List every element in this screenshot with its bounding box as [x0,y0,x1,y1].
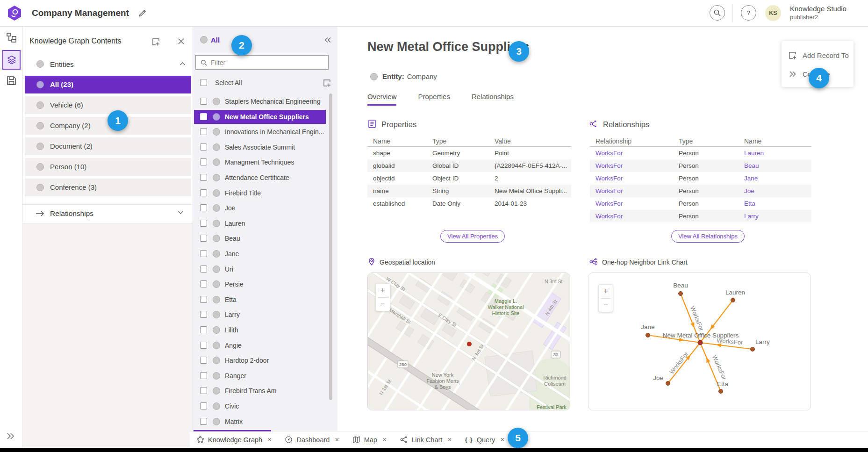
view-tab-knowledge-graph[interactable]: Knowledge Graph× [196,436,272,444]
list-item[interactable]: Larry [194,308,326,322]
related-entity-link[interactable]: Jane [744,175,811,182]
graph-node[interactable] [679,292,683,296]
related-entity-link[interactable]: Beau [744,162,811,169]
item-checkbox[interactable] [200,98,207,105]
collapse-panel-icon[interactable] [324,37,331,43]
list-item[interactable]: Ranger [194,369,326,383]
list-item[interactable]: Joe [194,201,326,215]
rail-item-contents-selected[interactable] [2,50,21,70]
view-tab-map[interactable]: Map× [352,436,387,444]
item-checkbox[interactable] [200,326,207,333]
filter-field[interactable] [195,55,329,70]
related-entity-link[interactable]: Etta [744,200,811,207]
chevron-down-icon[interactable] [178,210,184,215]
view-all-properties-button[interactable]: View All Properties [440,230,505,243]
add-record-icon[interactable] [323,79,331,87]
list-item[interactable]: Beau [194,231,326,245]
item-checkbox[interactable] [200,311,207,318]
list-item[interactable]: Etta [194,293,326,307]
list-item[interactable]: Sales Associate Summit [194,140,326,154]
list-item[interactable]: Attendance Certificate [194,171,326,185]
relationship-link[interactable]: WorksFor [590,213,679,220]
one-hop-link-chart[interactable]: WorksForWorksForWorksForWorksForBeauLaur… [588,273,811,410]
close-tab-icon[interactable]: × [447,436,452,444]
scrollbar-thumb[interactable] [329,93,332,400]
view-all-relationships-button[interactable]: View All Relationships [671,230,745,243]
chevron-up-icon[interactable] [179,62,186,66]
map-canvas[interactable]: W Clay St W Marshall St E Clay St N 3rd … [368,273,570,410]
list-item[interactable]: Staplers Mechanical Engineering [194,94,326,108]
close-tab-icon[interactable]: × [500,436,504,444]
graph-node[interactable] [751,347,755,352]
item-checkbox[interactable] [200,158,207,165]
list-item[interactable]: Persie [194,277,326,291]
related-entity-link[interactable]: Lauren [744,150,811,157]
relationship-link[interactable]: WorksFor [590,200,679,207]
zoom-in-button[interactable]: + [599,285,613,298]
data-model-icon[interactable] [6,32,17,43]
list-item[interactable]: Civic [194,399,326,413]
add-record-icon[interactable] [151,37,160,46]
record-tab-overview[interactable]: Overview [367,93,397,105]
select-all-row[interactable]: Select All [194,78,330,89]
entity-type-row[interactable]: Person (10) [25,158,191,176]
close-tab-icon[interactable]: × [267,436,272,444]
list-item[interactable]: Angie [194,338,326,352]
geospatial-map[interactable]: W Clay St W Marshall St E Clay St N 3rd … [367,273,570,410]
item-checkbox[interactable] [200,220,207,227]
help-button[interactable]: ? [741,5,756,21]
relationship-link[interactable]: WorksFor [590,162,679,169]
list-item[interactable]: Firebird Trans Am [194,384,326,398]
list-item[interactable]: New Metal Office Suppliers [194,110,326,124]
list-item[interactable]: Hardtop 2-door [194,353,326,367]
item-checkbox[interactable] [200,265,207,273]
relationship-link[interactable]: WorksFor [590,150,679,157]
item-checkbox[interactable] [200,189,207,196]
expand-rail-icon[interactable] [6,432,15,440]
item-checkbox[interactable] [200,143,207,151]
list-item[interactable]: Lauren [194,216,326,230]
item-checkbox[interactable] [200,204,207,211]
item-checkbox[interactable] [200,342,207,349]
item-checkbox[interactable] [200,357,207,364]
list-item[interactable]: Matrix [194,415,326,429]
record-tab-properties[interactable]: Properties [418,93,450,105]
view-tab-dashboard[interactable]: Dashboard× [285,436,339,444]
zoom-in-button[interactable]: + [376,284,390,297]
relationships-group-header[interactable]: Relationships [23,204,193,223]
view-tab-query[interactable]: { }Query× [465,436,505,444]
entity-type-row[interactable]: Conference (3) [25,179,191,196]
list-item[interactable]: Managment Techniques [194,155,326,169]
item-checkbox[interactable] [200,402,207,409]
graph-node[interactable] [731,298,735,302]
filter-input[interactable] [211,59,328,66]
select-all-checkbox[interactable] [200,79,207,86]
view-tab-link-chart[interactable]: Link Chart× [400,436,452,444]
search-button[interactable] [710,5,725,21]
list-item[interactable]: Jane [194,247,326,261]
close-tab-icon[interactable]: × [335,436,339,444]
graph-node[interactable] [646,333,650,337]
related-entity-link[interactable]: Joe [744,187,811,194]
zoom-out-button[interactable]: − [599,299,613,312]
item-checkbox[interactable] [200,418,207,425]
item-checkbox[interactable] [200,250,207,257]
item-checkbox[interactable] [200,174,207,181]
entity-type-row[interactable]: Vehicle (6) [25,96,191,114]
close-panel-icon[interactable] [177,37,185,45]
list-item[interactable]: Innovations in Mechanical Engin... [194,125,326,139]
list-item[interactable]: Lilith [194,323,326,337]
menu-item-add-record-to[interactable]: Add Record To [782,46,854,65]
item-checkbox[interactable] [200,235,207,242]
related-entity-link[interactable]: Larry [744,213,811,220]
item-checkbox[interactable] [200,372,207,379]
map-point-marker[interactable] [467,342,472,346]
item-checkbox[interactable] [200,296,207,303]
graph-node[interactable] [666,381,670,386]
item-checkbox[interactable] [200,113,207,120]
list-item[interactable]: Firebird Title [194,186,326,200]
entity-type-row[interactable]: All (23) [25,76,191,93]
relationship-link[interactable]: WorksFor [590,175,679,182]
avatar[interactable]: KS [765,5,781,21]
item-checkbox[interactable] [200,387,207,394]
